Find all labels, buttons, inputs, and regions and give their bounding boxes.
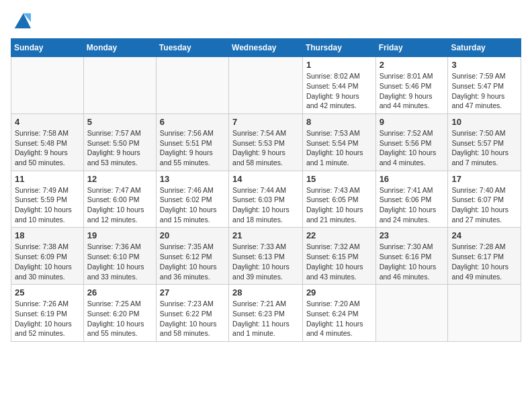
day-info: Sunrise: 7:44 AM Sunset: 6:03 PM Dayligh… xyxy=(232,185,299,225)
day-info: Sunrise: 8:01 AM Sunset: 5:46 PM Dayligh… xyxy=(380,71,445,111)
day-number: 10 xyxy=(451,117,517,127)
day-info: Sunrise: 7:40 AM Sunset: 6:07 PM Dayligh… xyxy=(451,185,517,225)
day-info: Sunrise: 7:52 AM Sunset: 5:56 PM Dayligh… xyxy=(380,128,445,168)
week-row-5: 25Sunrise: 7:26 AM Sunset: 6:19 PM Dayli… xyxy=(11,285,521,342)
day-number: 5 xyxy=(87,117,152,127)
week-row-2: 4Sunrise: 7:58 AM Sunset: 5:48 PM Daylig… xyxy=(11,113,521,171)
weekday-header-row: SundayMondayTuesdayWednesdayThursdayFrid… xyxy=(11,39,521,57)
day-info: Sunrise: 7:20 AM Sunset: 6:24 PM Dayligh… xyxy=(306,299,372,338)
calendar-cell xyxy=(375,285,448,342)
calendar-cell: 9Sunrise: 7:52 AM Sunset: 5:56 PM Daylig… xyxy=(375,113,448,171)
day-info: Sunrise: 7:25 AM Sunset: 6:20 PM Dayligh… xyxy=(87,299,152,338)
day-number: 23 xyxy=(380,230,445,240)
day-number: 19 xyxy=(87,230,152,240)
calendar-cell: 5Sunrise: 7:57 AM Sunset: 5:50 PM Daylig… xyxy=(83,113,156,171)
calendar-cell: 19Sunrise: 7:36 AM Sunset: 6:10 PM Dayli… xyxy=(83,228,156,285)
calendar-cell: 7Sunrise: 7:54 AM Sunset: 5:53 PM Daylig… xyxy=(229,113,303,171)
calendar-cell: 16Sunrise: 7:41 AM Sunset: 6:06 PM Dayli… xyxy=(375,171,448,228)
day-number: 18 xyxy=(15,230,80,240)
day-info: Sunrise: 7:43 AM Sunset: 6:05 PM Dayligh… xyxy=(306,185,372,225)
logo xyxy=(11,11,31,30)
calendar-cell: 10Sunrise: 7:50 AM Sunset: 5:57 PM Dayli… xyxy=(448,113,521,171)
day-info: Sunrise: 7:58 AM Sunset: 5:48 PM Dayligh… xyxy=(15,128,80,168)
calendar-cell: 23Sunrise: 7:30 AM Sunset: 6:16 PM Dayli… xyxy=(375,228,448,285)
day-info: Sunrise: 7:50 AM Sunset: 5:57 PM Dayligh… xyxy=(451,128,517,168)
calendar-cell: 26Sunrise: 7:25 AM Sunset: 6:20 PM Dayli… xyxy=(83,285,156,342)
calendar-cell xyxy=(11,57,84,114)
logo-icon xyxy=(12,11,31,30)
calendar-cell: 1Sunrise: 8:02 AM Sunset: 5:44 PM Daylig… xyxy=(302,57,375,114)
day-info: Sunrise: 7:57 AM Sunset: 5:50 PM Dayligh… xyxy=(87,128,152,168)
day-number: 11 xyxy=(15,174,80,184)
day-info: Sunrise: 7:59 AM Sunset: 5:47 PM Dayligh… xyxy=(451,71,517,111)
calendar-cell: 2Sunrise: 8:01 AM Sunset: 5:46 PM Daylig… xyxy=(375,57,448,114)
day-info: Sunrise: 7:46 AM Sunset: 6:02 PM Dayligh… xyxy=(160,185,225,225)
calendar-cell: 4Sunrise: 7:58 AM Sunset: 5:48 PM Daylig… xyxy=(11,113,84,171)
calendar-cell: 28Sunrise: 7:21 AM Sunset: 6:23 PM Dayli… xyxy=(229,285,303,342)
calendar-cell xyxy=(229,57,303,114)
weekday-header-thursday: Thursday xyxy=(302,39,375,57)
day-number: 7 xyxy=(232,117,299,127)
calendar-cell: 27Sunrise: 7:23 AM Sunset: 6:22 PM Dayli… xyxy=(156,285,228,342)
day-number: 4 xyxy=(15,117,80,127)
day-number: 27 xyxy=(160,287,225,298)
calendar-cell: 14Sunrise: 7:44 AM Sunset: 6:03 PM Dayli… xyxy=(229,171,303,228)
calendar-cell: 15Sunrise: 7:43 AM Sunset: 6:05 PM Dayli… xyxy=(302,171,375,228)
day-info: Sunrise: 7:38 AM Sunset: 6:09 PM Dayligh… xyxy=(15,242,80,281)
day-number: 15 xyxy=(306,174,372,184)
calendar-cell: 13Sunrise: 7:46 AM Sunset: 6:02 PM Dayli… xyxy=(156,171,228,228)
weekday-header-monday: Monday xyxy=(83,39,156,57)
day-info: Sunrise: 7:35 AM Sunset: 6:12 PM Dayligh… xyxy=(160,242,225,281)
day-number: 28 xyxy=(232,287,299,298)
day-info: Sunrise: 7:21 AM Sunset: 6:23 PM Dayligh… xyxy=(232,299,299,338)
calendar-cell: 6Sunrise: 7:56 AM Sunset: 5:51 PM Daylig… xyxy=(156,113,228,171)
day-info: Sunrise: 7:54 AM Sunset: 5:53 PM Dayligh… xyxy=(232,128,299,168)
calendar-cell: 25Sunrise: 7:26 AM Sunset: 6:19 PM Dayli… xyxy=(11,285,84,342)
day-info: Sunrise: 7:47 AM Sunset: 6:00 PM Dayligh… xyxy=(87,185,152,225)
day-number: 14 xyxy=(232,174,299,184)
day-number: 26 xyxy=(87,287,152,298)
day-number: 20 xyxy=(160,230,225,240)
calendar-cell xyxy=(156,57,228,114)
weekday-header-friday: Friday xyxy=(375,39,448,57)
day-number: 29 xyxy=(306,287,372,298)
day-number: 25 xyxy=(15,287,80,298)
day-number: 8 xyxy=(306,117,372,127)
day-number: 3 xyxy=(451,60,517,70)
day-info: Sunrise: 7:30 AM Sunset: 6:16 PM Dayligh… xyxy=(380,242,445,281)
weekday-header-saturday: Saturday xyxy=(448,39,521,57)
day-info: Sunrise: 7:56 AM Sunset: 5:51 PM Dayligh… xyxy=(160,128,225,168)
day-info: Sunrise: 7:36 AM Sunset: 6:10 PM Dayligh… xyxy=(87,242,152,281)
day-number: 12 xyxy=(87,174,152,184)
calendar-cell xyxy=(448,285,521,342)
day-number: 16 xyxy=(380,174,445,184)
day-info: Sunrise: 7:26 AM Sunset: 6:19 PM Dayligh… xyxy=(15,299,80,338)
calendar-cell: 17Sunrise: 7:40 AM Sunset: 6:07 PM Dayli… xyxy=(448,171,521,228)
day-number: 1 xyxy=(306,60,372,70)
day-info: Sunrise: 7:32 AM Sunset: 6:15 PM Dayligh… xyxy=(306,242,372,281)
day-info: Sunrise: 7:53 AM Sunset: 5:54 PM Dayligh… xyxy=(306,128,372,168)
day-info: Sunrise: 7:23 AM Sunset: 6:22 PM Dayligh… xyxy=(160,299,225,338)
calendar-cell: 3Sunrise: 7:59 AM Sunset: 5:47 PM Daylig… xyxy=(448,57,521,114)
day-number: 9 xyxy=(380,117,445,127)
calendar-cell: 22Sunrise: 7:32 AM Sunset: 6:15 PM Dayli… xyxy=(302,228,375,285)
calendar-cell: 20Sunrise: 7:35 AM Sunset: 6:12 PM Dayli… xyxy=(156,228,228,285)
week-row-3: 11Sunrise: 7:49 AM Sunset: 5:59 PM Dayli… xyxy=(11,171,521,228)
calendar-table: SundayMondayTuesdayWednesdayThursdayFrid… xyxy=(11,38,521,342)
day-number: 6 xyxy=(160,117,225,127)
week-row-1: 1Sunrise: 8:02 AM Sunset: 5:44 PM Daylig… xyxy=(11,57,521,114)
day-number: 17 xyxy=(451,174,517,184)
calendar-cell: 24Sunrise: 7:28 AM Sunset: 6:17 PM Dayli… xyxy=(448,228,521,285)
day-number: 21 xyxy=(232,230,299,240)
day-number: 2 xyxy=(380,60,445,70)
day-info: Sunrise: 7:33 AM Sunset: 6:13 PM Dayligh… xyxy=(232,242,299,281)
calendar-cell: 12Sunrise: 7:47 AM Sunset: 6:00 PM Dayli… xyxy=(83,171,156,228)
calendar-cell: 8Sunrise: 7:53 AM Sunset: 5:54 PM Daylig… xyxy=(302,113,375,171)
weekday-header-sunday: Sunday xyxy=(11,39,84,57)
calendar-cell: 29Sunrise: 7:20 AM Sunset: 6:24 PM Dayli… xyxy=(302,285,375,342)
weekday-header-wednesday: Wednesday xyxy=(229,39,303,57)
calendar-cell: 11Sunrise: 7:49 AM Sunset: 5:59 PM Dayli… xyxy=(11,171,84,228)
page-header xyxy=(11,11,521,30)
calendar-cell: 21Sunrise: 7:33 AM Sunset: 6:13 PM Dayli… xyxy=(229,228,303,285)
calendar-cell xyxy=(83,57,156,114)
